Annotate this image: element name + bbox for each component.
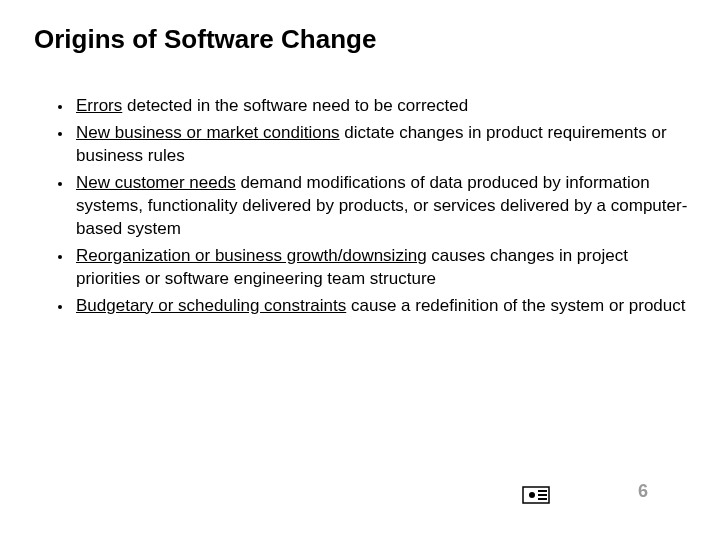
bullet-underline: Errors	[76, 96, 122, 115]
bullet-underline: Reorganization or business growth/downsi…	[76, 246, 427, 265]
bullet-text: Errors detected in the software need to …	[76, 95, 690, 118]
list-item: New business or market conditions dictat…	[58, 122, 690, 168]
svg-point-1	[529, 492, 535, 498]
bullet-rest: cause a redefinition of the system or pr…	[346, 296, 685, 315]
svg-rect-4	[538, 498, 547, 500]
list-item: Errors detected in the software need to …	[58, 95, 690, 118]
list-item: Reorganization or business growth/downsi…	[58, 245, 690, 291]
bullet-icon	[58, 305, 62, 309]
bullet-underline: New business or market conditions	[76, 123, 340, 142]
svg-rect-2	[538, 490, 547, 492]
page-number: 6	[638, 481, 648, 502]
bullet-text: Budgetary or scheduling constraints caus…	[76, 295, 690, 318]
bullet-underline: Budgetary or scheduling constraints	[76, 296, 346, 315]
page-title: Origins of Software Change	[34, 24, 690, 55]
bullet-text: New customer needs demand modifications …	[76, 172, 690, 241]
bullet-icon	[58, 182, 62, 186]
list-item: Budgetary or scheduling constraints caus…	[58, 295, 690, 318]
card-icon	[522, 486, 550, 504]
bullet-icon	[58, 255, 62, 259]
bullet-icon	[58, 105, 62, 109]
bullet-icon	[58, 132, 62, 136]
slide: Origins of Software Change Errors detect…	[0, 0, 720, 540]
svg-rect-3	[538, 494, 547, 496]
bullet-text: New business or market conditions dictat…	[76, 122, 690, 168]
bullet-list: Errors detected in the software need to …	[58, 95, 690, 317]
bullet-text: Reorganization or business growth/downsi…	[76, 245, 690, 291]
list-item: New customer needs demand modifications …	[58, 172, 690, 241]
bullet-rest: detected in the software need to be corr…	[122, 96, 468, 115]
bullet-underline: New customer needs	[76, 173, 236, 192]
